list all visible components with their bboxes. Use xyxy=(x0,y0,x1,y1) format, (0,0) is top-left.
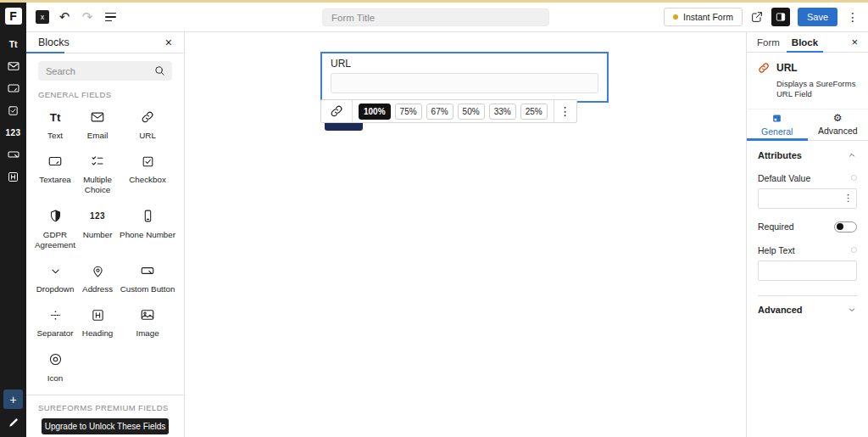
block-grid: Tt Text Email URL Textarea Multiple Choi… xyxy=(26,99,184,384)
form-title-input[interactable] xyxy=(322,8,549,26)
email-icon xyxy=(90,109,105,125)
block-item-multiple-choice[interactable]: Multiple Choice xyxy=(77,152,118,195)
close-editor-button[interactable]: x xyxy=(36,10,49,24)
chevron-up-icon xyxy=(847,150,857,160)
redo-button[interactable]: ↷ xyxy=(80,9,95,25)
chevron-down-icon xyxy=(48,264,63,278)
text-icon: Tt xyxy=(9,39,17,49)
required-label: Required xyxy=(758,221,794,232)
general-fields-heading: GENERAL FIELDS xyxy=(38,90,172,99)
help-text-input[interactable] xyxy=(758,261,857,281)
tab-block[interactable]: Block xyxy=(792,32,818,52)
editor-header: x ↶ ↷ Instant Form Save ⋮ xyxy=(26,3,868,32)
input-options-button[interactable]: ⋮ xyxy=(843,193,853,204)
email-icon xyxy=(7,59,20,73)
rail-item-text[interactable]: Tt xyxy=(0,34,26,54)
textarea-icon xyxy=(47,154,63,169)
block-item-phone[interactable]: Phone Number xyxy=(120,207,175,250)
options-menu-button[interactable]: ⋮ xyxy=(845,11,860,23)
rail-item-textarea[interactable] xyxy=(0,78,26,98)
block-item-checkbox[interactable]: Checkbox xyxy=(120,152,175,195)
checkbox-icon xyxy=(141,154,155,169)
url-field-block[interactable]: URL xyxy=(320,52,609,103)
list-view-button[interactable] xyxy=(103,9,118,25)
rail-item-heading[interactable] xyxy=(0,166,26,187)
instant-form-label: Instant Form xyxy=(683,12,733,22)
rail-item-email[interactable] xyxy=(0,56,26,76)
width-option-100[interactable]: 100% xyxy=(359,104,391,120)
button-icon xyxy=(140,263,155,278)
dynamic-value-icon xyxy=(851,175,857,181)
advanced-section-toggle[interactable]: Advanced xyxy=(747,296,868,323)
block-item-url[interactable]: URL xyxy=(120,108,175,141)
rail-item-number[interactable]: 123 xyxy=(0,122,26,143)
block-options-button[interactable]: ⋮ xyxy=(554,100,576,122)
block-type-button[interactable] xyxy=(321,100,353,122)
sureforms-logo-mark: F xyxy=(5,8,22,25)
block-item-separator[interactable]: Separator xyxy=(35,305,75,339)
block-item-image[interactable]: Image xyxy=(120,305,175,339)
settings-panel-toggle[interactable] xyxy=(771,8,790,26)
block-item-icon[interactable]: Icon xyxy=(35,350,75,384)
rail-item-checkbox[interactable] xyxy=(0,100,26,120)
form-canvas[interactable]: URL 100% 75% 67% 50% 33% 25% ⋮ xyxy=(185,32,746,437)
add-block-button[interactable]: + xyxy=(3,389,23,409)
default-value-label: Default Value xyxy=(758,173,810,183)
url-field-label: URL xyxy=(331,58,598,70)
close-blocks-panel-button[interactable]: × xyxy=(165,36,172,48)
status-dot-icon xyxy=(673,14,678,20)
block-item-custom-button[interactable]: Custom Button xyxy=(120,261,175,294)
search-icon xyxy=(153,64,166,77)
width-option-67[interactable]: 67% xyxy=(426,104,453,120)
upgrade-button[interactable]: Upgrade to Unlock These Fields xyxy=(42,418,169,434)
preview-external-link-icon[interactable] xyxy=(750,10,764,24)
subtab-general[interactable]: General xyxy=(747,109,808,140)
settings-sidebar: Form Block × URL Displays a SureForms UR… xyxy=(746,32,868,437)
sureforms-logo[interactable]: F xyxy=(0,0,26,32)
block-shortcut-rail: F Tt 123 + xyxy=(0,0,26,437)
block-item-address[interactable]: Address xyxy=(77,261,118,294)
help-text-label: Help Text xyxy=(758,245,795,255)
block-search-input[interactable] xyxy=(38,61,172,81)
url-field-input[interactable] xyxy=(331,73,598,93)
blocks-panel-title[interactable]: Blocks xyxy=(38,36,70,48)
required-toggle[interactable] xyxy=(834,221,857,233)
width-option-25[interactable]: 25% xyxy=(520,104,548,120)
premium-fields-heading: SUREFORMS PREMIUM FIELDS xyxy=(38,403,172,412)
default-value-input[interactable]: ⋮ xyxy=(758,188,857,209)
chevron-down-icon xyxy=(847,305,857,315)
width-option-75[interactable]: 75% xyxy=(395,104,422,120)
block-item-dropdown[interactable]: Dropdown xyxy=(35,261,75,294)
block-item-text[interactable]: Tt Text xyxy=(35,108,75,141)
block-title: URL xyxy=(776,62,798,74)
block-item-textarea[interactable]: Textarea xyxy=(35,152,75,195)
instant-form-button[interactable]: Instant Form xyxy=(664,8,743,26)
circle-icon xyxy=(48,352,63,367)
textarea-icon xyxy=(7,81,20,95)
toggle-knob xyxy=(837,223,843,230)
map-pin-icon xyxy=(91,264,105,278)
general-settings-icon xyxy=(771,113,782,124)
tab-form[interactable]: Form xyxy=(757,32,780,52)
width-option-33[interactable]: 33% xyxy=(489,104,516,120)
panel-divider xyxy=(26,395,184,395)
active-tab-underline xyxy=(26,52,64,54)
pencil-icon[interactable] xyxy=(8,417,19,429)
attributes-section-toggle[interactable]: Attributes xyxy=(758,150,857,160)
sidebar-icon xyxy=(775,11,787,23)
block-item-gdpr[interactable]: GDPR Agreement xyxy=(35,207,75,250)
block-item-email[interactable]: Email xyxy=(77,108,118,141)
close-sidebar-button[interactable]: × xyxy=(851,36,858,48)
block-item-heading[interactable]: Heading xyxy=(77,305,118,339)
block-item-number[interactable]: 123 Number xyxy=(77,207,118,250)
rail-item-button[interactable] xyxy=(0,144,26,165)
undo-button[interactable]: ↶ xyxy=(57,9,72,25)
list-view-icon xyxy=(105,13,116,22)
top-accent-strip xyxy=(0,0,868,3)
subtab-advanced[interactable]: ⚙ Advanced xyxy=(808,109,868,140)
block-toolbar: 100% 75% 67% 50% 33% 25% ⋮ xyxy=(320,99,577,123)
save-button[interactable]: Save xyxy=(798,8,837,26)
width-option-50[interactable]: 50% xyxy=(458,104,485,120)
block-description: Displays a SureForms URL Field xyxy=(776,79,858,100)
heading-icon xyxy=(91,308,105,322)
